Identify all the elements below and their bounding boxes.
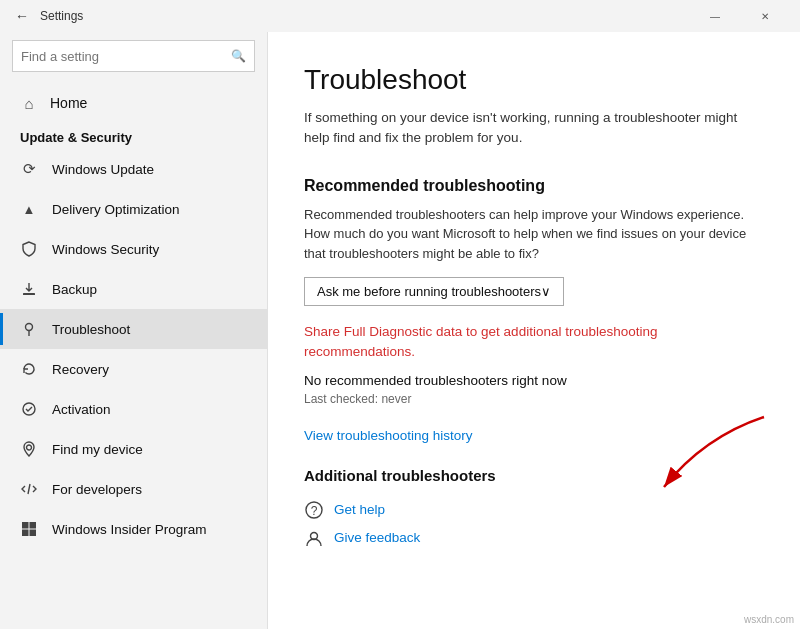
titlebar-title: Settings <box>40 9 83 23</box>
svg-point-3 <box>27 445 32 450</box>
sidebar-item-windows-insider[interactable]: Windows Insider Program <box>0 509 267 549</box>
windows-security-icon <box>20 240 38 258</box>
delivery-optimization-icon: ▲ <box>20 200 38 218</box>
sidebar-item-label: Windows Insider Program <box>52 522 207 537</box>
svg-text:?: ? <box>311 504 318 518</box>
svg-rect-7 <box>30 530 37 537</box>
sidebar-item-label: For developers <box>52 482 142 497</box>
sidebar-item-find-my-device[interactable]: Find my device <box>0 429 267 469</box>
sidebar-item-home[interactable]: ⌂ Home <box>0 84 267 122</box>
give-feedback-icon <box>304 528 324 548</box>
search-box[interactable]: 🔍 <box>12 40 255 72</box>
sidebar-item-activation[interactable]: Activation <box>0 389 267 429</box>
sidebar-item-label: Activation <box>52 402 111 417</box>
svg-rect-0 <box>23 293 35 295</box>
svg-rect-6 <box>22 530 29 537</box>
find-my-device-icon <box>20 440 38 458</box>
sidebar-item-backup[interactable]: Backup <box>0 269 267 309</box>
sidebar-item-label: Delivery Optimization <box>52 202 180 217</box>
get-help-label: Get help <box>334 502 385 517</box>
backup-icon <box>20 280 38 298</box>
minimize-button[interactable]: — <box>692 0 738 32</box>
troubleshooter-dropdown[interactable]: Ask me before running troubleshooters ∨ <box>304 277 564 306</box>
sidebar-item-label: Backup <box>52 282 97 297</box>
sidebar-item-windows-update[interactable]: ⟳ Windows Update <box>0 149 267 189</box>
sidebar-item-label: Windows Update <box>52 162 154 177</box>
main-content: Troubleshoot If something on your device… <box>268 32 800 629</box>
share-diagnostic-link[interactable]: Share Full Diagnostic data to get additi… <box>304 322 760 373</box>
recommended-heading: Recommended troubleshooting <box>304 177 760 195</box>
app-body: 🔍 ⌂ Home Update & Security ⟳ Windows Upd… <box>0 32 800 629</box>
recommended-desc: Recommended troubleshooters can help imp… <box>304 205 760 264</box>
sidebar-item-delivery-optimization[interactable]: ▲ Delivery Optimization <box>0 189 267 229</box>
get-help-icon: ? <box>304 500 324 520</box>
for-developers-icon <box>20 480 38 498</box>
sidebar-home-label: Home <box>50 95 87 111</box>
sidebar-item-label: Recovery <box>52 362 109 377</box>
sidebar-item-recovery[interactable]: Recovery <box>0 349 267 389</box>
sidebar-item-troubleshoot[interactable]: Troubleshoot <box>0 309 267 349</box>
help-links: ? Get help Give feedback <box>304 500 760 548</box>
give-feedback-label: Give feedback <box>334 530 420 545</box>
activation-icon <box>20 400 38 418</box>
no-troubleshooters-text: No recommended troubleshooters right now <box>304 373 760 388</box>
arrow-annotation <box>624 407 784 507</box>
titlebar-left: ← Settings <box>12 6 83 26</box>
home-icon: ⌂ <box>20 94 38 112</box>
close-button[interactable]: ✕ <box>742 0 788 32</box>
main-description: If something on your device isn't workin… <box>304 108 760 149</box>
titlebar: ← Settings — ✕ <box>0 0 800 32</box>
svg-point-2 <box>23 403 35 415</box>
titlebar-controls: — ✕ <box>692 0 788 32</box>
sidebar-section-label: Update & Security <box>0 122 267 149</box>
recovery-icon <box>20 360 38 378</box>
last-checked-text: Last checked: never <box>304 392 760 406</box>
troubleshoot-icon <box>20 320 38 338</box>
sidebar-item-label: Find my device <box>52 442 143 457</box>
search-icon: 🔍 <box>231 49 246 63</box>
view-history-link[interactable]: View troubleshooting history <box>304 428 473 443</box>
dropdown-label: Ask me before running troubleshooters <box>317 284 541 299</box>
page-title: Troubleshoot <box>304 64 760 96</box>
chevron-down-icon: ∨ <box>541 284 551 299</box>
sidebar-item-windows-security[interactable]: Windows Security <box>0 229 267 269</box>
sidebar: 🔍 ⌂ Home Update & Security ⟳ Windows Upd… <box>0 32 268 629</box>
svg-rect-4 <box>22 522 29 529</box>
windows-insider-icon <box>20 520 38 538</box>
search-input[interactable] <box>21 49 231 64</box>
sidebar-item-for-developers[interactable]: For developers <box>0 469 267 509</box>
svg-rect-5 <box>30 522 37 529</box>
watermark: wsxdn.com <box>744 614 794 625</box>
svg-point-1 <box>26 324 33 331</box>
get-help-item[interactable]: ? Get help <box>304 500 760 520</box>
back-button[interactable]: ← <box>12 6 32 26</box>
additional-heading: Additional troubleshooters <box>304 467 760 484</box>
sidebar-item-label: Troubleshoot <box>52 322 130 337</box>
share-diagnostic-link-text[interactable]: Share Full Diagnostic data to get additi… <box>304 322 760 363</box>
give-feedback-item[interactable]: Give feedback <box>304 528 760 548</box>
windows-update-icon: ⟳ <box>20 160 38 178</box>
sidebar-item-label: Windows Security <box>52 242 159 257</box>
